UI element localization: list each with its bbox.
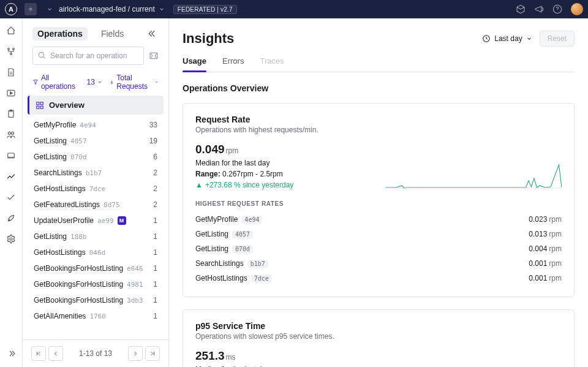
nav-clipboard-icon[interactable] [6, 109, 16, 119]
section-title: Operations Overview [183, 83, 575, 93]
nav-subgraph-icon[interactable] [6, 151, 16, 161]
highest-row[interactable]: GetListing070d0.004rpm [195, 241, 562, 256]
nav-checks-icon[interactable] [6, 192, 16, 202]
operation-item[interactable]: GetMyProfile4e9433 [28, 117, 164, 133]
svg-point-2 [8, 48, 10, 50]
svg-marker-16 [34, 80, 38, 85]
schema-icon[interactable] [516, 4, 526, 14]
tab-errors[interactable]: Errors [222, 56, 244, 72]
collapse-panel-icon[interactable] [148, 28, 159, 39]
operation-item[interactable]: GetHostListings046d1 [28, 244, 164, 260]
operation-item[interactable]: GetBookingsForHostListing3db31 [28, 292, 164, 308]
highest-header: HIGHEST REQUEST RATES [195, 200, 562, 207]
card-title: Request Rate [195, 115, 562, 124]
operation-item[interactable]: GetBookingsForHostListinge6461 [28, 260, 164, 276]
nav-explorer-icon[interactable] [6, 88, 16, 98]
svg-line-14 [43, 56, 45, 58]
nav-schema-icon[interactable] [6, 47, 16, 56]
operation-item[interactable]: UpdateUserProfileae99M1 [28, 213, 164, 229]
nav-settings-icon[interactable] [6, 234, 16, 244]
svg-rect-19 [40, 102, 43, 104]
highest-row[interactable]: GetListing40570.013rpm [195, 227, 562, 241]
svg-rect-20 [37, 106, 39, 108]
announce-icon[interactable] [534, 4, 544, 14]
metric-value: 0.049 [195, 143, 225, 156]
request-rate-card: Request Rate Operations with highest req… [183, 103, 575, 297]
nav-expand-icon[interactable] [6, 349, 16, 358]
operations-list: Overview GetMyProfile4e9433GetListing405… [23, 96, 168, 339]
apollo-logo[interactable]: A [5, 3, 17, 15]
pager-last[interactable] [145, 346, 160, 361]
svg-point-12 [10, 238, 12, 240]
filter-operations[interactable]: All operations 13 [32, 74, 102, 91]
view-mode-icon[interactable] [149, 51, 159, 61]
pager-status: 1-13 of 13 [79, 349, 112, 358]
operation-item[interactable]: GetAllAmenities17601 [28, 308, 164, 324]
mutation-badge: M [118, 216, 126, 225]
highest-row[interactable]: GetHostListings7dce0.001rpm [195, 271, 562, 286]
svg-point-3 [13, 48, 15, 50]
nav-clients-icon[interactable] [6, 130, 16, 140]
tab-operations[interactable]: Operations [32, 27, 88, 40]
tab-fields[interactable]: Fields [96, 27, 129, 40]
request-rate-sparkline [385, 160, 562, 189]
svg-rect-21 [40, 106, 43, 108]
overview-item[interactable]: Overview [28, 96, 164, 115]
main-content: Insights Last day Reset Usage Errors Tra… [169, 18, 588, 367]
median-label: Median for the last day [195, 159, 367, 167]
timerange-selector[interactable]: Last day [482, 34, 532, 43]
pagination: 1-13 of 13 [23, 339, 168, 367]
pager-next[interactable] [128, 346, 143, 361]
operations-panel: Operations Fields All operations 13 Tota… [23, 18, 169, 367]
help-icon[interactable] [552, 4, 562, 14]
federated-badge: FEDERATED | v2.7 [173, 5, 237, 14]
svg-point-13 [39, 52, 43, 57]
nav-docs-icon[interactable] [6, 67, 16, 77]
change-indicator: ▲+273.68 % since yesterday [195, 181, 367, 189]
operation-item[interactable]: SearchListingsb1b72 [28, 165, 164, 181]
svg-marker-6 [10, 92, 12, 94]
operation-item[interactable]: GetBookingsForHostListing49811 [28, 276, 164, 292]
metric-value: 251.3 [195, 349, 225, 362]
p95-card: p95 Service Time Operations with slowest… [183, 309, 575, 367]
highest-row[interactable]: GetMyProfile4e940.023rpm [195, 212, 562, 227]
org-chevron-icon[interactable] [47, 6, 53, 12]
highest-row[interactable]: SearchListingsb1b70.001rpm [195, 256, 562, 271]
operation-item[interactable]: GetHostListings7dce2 [28, 181, 164, 197]
operation-item[interactable]: GetListing070d6 [28, 149, 164, 165]
card-subtitle: Operations with highest requests/min. [195, 126, 562, 134]
operation-item[interactable]: GetListing188b1 [28, 229, 164, 244]
triangle-up-icon: ▲ [195, 181, 203, 189]
svg-point-0 [29, 8, 31, 10]
search-input[interactable] [32, 47, 144, 65]
pager-first[interactable] [31, 346, 46, 361]
svg-point-4 [10, 53, 12, 55]
org-selector[interactable] [24, 3, 37, 15]
page-title: Insights [183, 31, 234, 47]
search-icon [37, 51, 46, 59]
user-avatar[interactable] [571, 3, 583, 15]
tab-traces[interactable]: Traces [260, 56, 284, 72]
operation-item[interactable]: GetFeaturedListings8d752 [28, 197, 164, 213]
tab-usage[interactable]: Usage [183, 56, 206, 72]
nav-launches-icon[interactable] [6, 213, 16, 223]
svg-rect-18 [37, 102, 39, 104]
svg-point-10 [12, 132, 14, 134]
graph-path[interactable]: airlock-managed-fed / current [59, 5, 165, 13]
nav-insights-icon[interactable] [6, 172, 16, 181]
card-title: p95 Service Time [195, 321, 562, 331]
svg-point-9 [8, 132, 10, 134]
card-subtitle: Operations with slowest p95 service time… [195, 332, 562, 341]
pager-prev[interactable] [48, 346, 63, 361]
reset-button[interactable]: Reset [540, 31, 575, 47]
left-nav [0, 18, 23, 367]
sort-operations[interactable]: Total Requests [110, 74, 159, 91]
operation-item[interactable]: GetListing405719 [28, 133, 164, 149]
nav-home-icon[interactable] [6, 26, 16, 36]
topbar: A airlock-managed-fed / current FEDERATE… [0, 0, 588, 18]
